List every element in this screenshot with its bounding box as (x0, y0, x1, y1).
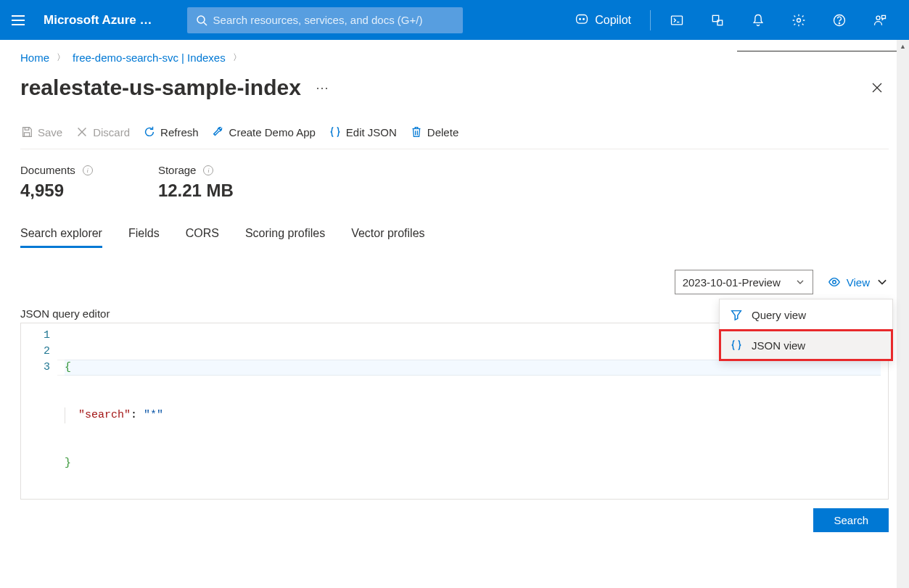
query-view-option[interactable]: Query view (720, 299, 892, 330)
close-button[interactable] (865, 76, 889, 99)
gear-icon (791, 13, 806, 28)
svg-line-1 (204, 22, 207, 25)
svg-point-0 (197, 16, 205, 23)
directory-button[interactable] (700, 0, 735, 40)
svg-rect-14 (25, 128, 28, 131)
tab-scoring-profiles[interactable]: Scoring profiles (245, 221, 325, 248)
json-colon: : (131, 409, 144, 421)
chevron-right-icon: 〉 (233, 51, 242, 64)
edit-json-label: Edit JSON (346, 126, 397, 138)
search-input[interactable] (213, 14, 454, 26)
close-icon (871, 82, 883, 94)
copilot-icon (575, 13, 589, 28)
api-version-value: 2023-10-01-Preview (683, 276, 781, 289)
settings-button[interactable] (781, 0, 816, 40)
save-icon (20, 125, 33, 138)
delete-button[interactable]: Delete (410, 125, 458, 138)
help-button[interactable] (822, 0, 857, 40)
delete-label: Delete (427, 126, 458, 138)
search-button[interactable]: Search (813, 508, 889, 532)
view-dropdown: Query view JSON view (719, 299, 893, 361)
title-row: realestate-us-sample-index ⋯ (0, 70, 909, 115)
tab-fields[interactable]: Fields (128, 221, 160, 248)
save-label: Save (38, 126, 62, 138)
api-version-select[interactable]: 2023-10-01-Preview (675, 270, 813, 294)
more-actions-button[interactable]: ⋯ (316, 80, 330, 96)
tab-cors[interactable]: CORS (186, 221, 219, 248)
edit-json-button[interactable]: Edit JSON (329, 125, 397, 138)
info-icon[interactable]: i (203, 165, 213, 175)
svg-rect-4 (672, 16, 683, 25)
info-icon[interactable]: i (83, 165, 93, 175)
line-number: 3 (21, 360, 50, 376)
svg-point-11 (876, 16, 880, 20)
scroll-up-icon[interactable]: ▲ (897, 40, 909, 52)
svg-point-3 (583, 18, 585, 20)
cloud-shell-button[interactable] (659, 0, 694, 40)
filter-icon (730, 308, 743, 321)
breadcrumb: Home 〉 free-demo-search-svc | Indexes 〉 (0, 40, 909, 70)
top-bar: Microsoft Azure … Copilot (0, 0, 909, 40)
svg-point-10 (839, 22, 839, 23)
filter-icon (710, 13, 725, 28)
notifications-button[interactable] (741, 0, 776, 40)
svg-point-2 (580, 18, 581, 20)
json-view-label: JSON view (752, 339, 805, 352)
tools-icon (212, 125, 225, 138)
stats-row: Documentsi 4,959 Storagei 12.21 MB (20, 149, 889, 221)
chevron-down-icon (795, 277, 805, 287)
json-value: "*" (144, 409, 163, 421)
chevron-down-icon (876, 276, 889, 289)
bell-icon (751, 13, 765, 28)
discard-icon (75, 125, 89, 138)
breadcrumb-home[interactable]: Home (20, 51, 49, 64)
svg-point-8 (797, 18, 801, 22)
help-icon (832, 13, 847, 28)
cloud-shell-icon (670, 13, 684, 28)
line-number: 2 (21, 344, 50, 360)
refresh-button[interactable]: Refresh (143, 125, 199, 138)
view-label: View (847, 276, 870, 289)
hamburger-menu-icon[interactable] (12, 12, 29, 29)
discard-label: Discard (93, 126, 130, 138)
documents-label: Documents (20, 164, 75, 176)
save-button[interactable]: Save (20, 125, 62, 138)
action-row: Search (20, 500, 889, 541)
line-number: 1 (21, 328, 50, 344)
braces-icon (329, 125, 342, 138)
brace-open: { (65, 361, 71, 373)
edge-line (737, 51, 897, 51)
tab-search-explorer[interactable]: Search explorer (20, 221, 102, 248)
view-button[interactable]: View (828, 276, 889, 289)
svg-point-20 (833, 281, 836, 284)
command-bar: Save Discard Refresh Create Demo App Edi… (20, 115, 889, 149)
create-demo-button[interactable]: Create Demo App (212, 125, 316, 138)
trash-icon (410, 125, 423, 138)
discard-button[interactable]: Discard (75, 125, 130, 138)
feedback-button[interactable] (863, 0, 897, 40)
query-view-label: Query view (752, 309, 806, 321)
eye-icon (828, 276, 841, 289)
documents-stat: Documentsi 4,959 (20, 164, 93, 201)
storage-label: Storage (158, 164, 197, 176)
storage-value: 12.21 MB (158, 181, 234, 201)
line-gutter: 1 2 3 (21, 323, 57, 499)
brace-close: } (65, 457, 71, 469)
scrollbar[interactable]: ▲ (897, 40, 909, 588)
copilot-button[interactable]: Copilot (564, 0, 641, 40)
json-key: "search" (78, 409, 131, 421)
documents-value: 4,959 (20, 181, 93, 201)
brand-label[interactable]: Microsoft Azure … (44, 13, 152, 28)
create-demo-label: Create Demo App (229, 126, 316, 138)
global-search[interactable] (187, 7, 463, 33)
divider (650, 10, 651, 30)
controls-row: 2023-10-01-Preview View Query view JSON … (20, 270, 889, 294)
person-feedback-icon (873, 13, 887, 28)
tab-vector-profiles[interactable]: Vector profiles (351, 221, 424, 248)
page-title: realestate-us-sample-index (20, 75, 301, 100)
copilot-label: Copilot (595, 14, 631, 27)
json-view-option[interactable]: JSON view (720, 330, 892, 360)
search-icon (196, 15, 207, 26)
chevron-right-icon: 〉 (57, 51, 65, 64)
breadcrumb-service[interactable]: free-demo-search-svc | Indexes (73, 51, 226, 64)
